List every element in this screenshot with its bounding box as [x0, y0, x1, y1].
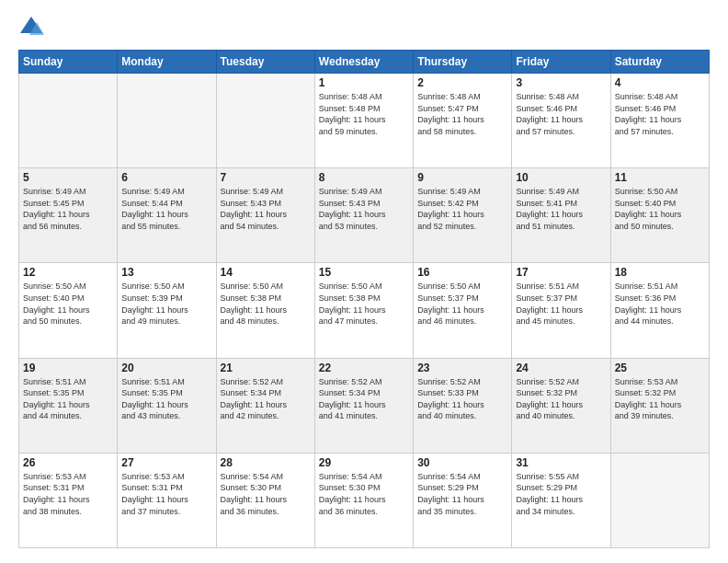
calendar-row-2: 12Sunrise: 5:50 AM Sunset: 5:40 PM Dayli…: [19, 263, 710, 358]
day-number: 27: [121, 456, 211, 469]
calendar-cell: 13Sunrise: 5:50 AM Sunset: 5:39 PM Dayli…: [118, 263, 216, 358]
day-number: 1: [319, 76, 409, 89]
day-number: 3: [516, 76, 606, 89]
cell-info: Sunrise: 5:50 AM Sunset: 5:40 PM Dayligh…: [23, 281, 113, 327]
calendar-cell: 31Sunrise: 5:55 AM Sunset: 5:29 PM Dayli…: [512, 453, 610, 547]
cell-info: Sunrise: 5:55 AM Sunset: 5:29 PM Dayligh…: [516, 471, 606, 517]
calendar-cell: 18Sunrise: 5:51 AM Sunset: 5:36 PM Dayli…: [610, 263, 709, 358]
cell-info: Sunrise: 5:48 AM Sunset: 5:46 PM Dayligh…: [516, 91, 606, 137]
day-number: 17: [516, 266, 606, 279]
cell-info: Sunrise: 5:52 AM Sunset: 5:32 PM Dayligh…: [516, 376, 606, 422]
weekday-header-friday: Friday: [512, 51, 610, 74]
cell-info: Sunrise: 5:53 AM Sunset: 5:32 PM Dayligh…: [615, 376, 705, 422]
day-number: 2: [417, 76, 507, 89]
calendar-cell: 2Sunrise: 5:48 AM Sunset: 5:47 PM Daylig…: [414, 74, 512, 168]
calendar-cell: 29Sunrise: 5:54 AM Sunset: 5:30 PM Dayli…: [314, 453, 413, 547]
calendar-cell: 10Sunrise: 5:49 AM Sunset: 5:41 PM Dayli…: [512, 168, 610, 263]
calendar-cell: 5Sunrise: 5:49 AM Sunset: 5:45 PM Daylig…: [19, 168, 118, 263]
day-number: 29: [319, 456, 409, 469]
cell-info: Sunrise: 5:51 AM Sunset: 5:36 PM Dayligh…: [615, 281, 705, 327]
cell-info: Sunrise: 5:49 AM Sunset: 5:44 PM Dayligh…: [121, 186, 211, 232]
day-number: 9: [417, 171, 507, 184]
cell-info: Sunrise: 5:50 AM Sunset: 5:40 PM Dayligh…: [615, 186, 705, 232]
calendar-cell: [19, 74, 118, 168]
day-number: 23: [417, 362, 507, 374]
calendar-cell: 9Sunrise: 5:49 AM Sunset: 5:42 PM Daylig…: [414, 168, 512, 263]
calendar-cell: 15Sunrise: 5:50 AM Sunset: 5:38 PM Dayli…: [314, 263, 413, 358]
day-number: 19: [23, 362, 113, 374]
cell-info: Sunrise: 5:51 AM Sunset: 5:35 PM Dayligh…: [23, 376, 113, 422]
calendar-cell: 27Sunrise: 5:53 AM Sunset: 5:31 PM Dayli…: [118, 453, 216, 547]
day-number: 13: [121, 266, 211, 279]
day-number: 21: [221, 362, 311, 374]
day-number: 24: [516, 362, 606, 374]
weekday-header-thursday: Thursday: [414, 51, 512, 74]
cell-info: Sunrise: 5:53 AM Sunset: 5:31 PM Dayligh…: [121, 471, 211, 517]
cell-info: Sunrise: 5:50 AM Sunset: 5:37 PM Dayligh…: [417, 281, 507, 327]
day-number: 12: [23, 266, 113, 279]
calendar-row-0: 1Sunrise: 5:48 AM Sunset: 5:48 PM Daylig…: [19, 74, 710, 168]
logo-icon: [18, 15, 44, 40]
calendar-cell: 28Sunrise: 5:54 AM Sunset: 5:30 PM Dayli…: [216, 453, 314, 547]
calendar-cell: [216, 74, 314, 168]
weekday-header-saturday: Saturday: [610, 51, 709, 74]
calendar-cell: 24Sunrise: 5:52 AM Sunset: 5:32 PM Dayli…: [512, 358, 610, 453]
calendar-cell: 17Sunrise: 5:51 AM Sunset: 5:37 PM Dayli…: [512, 263, 610, 358]
calendar-cell: 25Sunrise: 5:53 AM Sunset: 5:32 PM Dayli…: [610, 358, 709, 453]
day-number: 5: [23, 171, 113, 184]
calendar-cell: 11Sunrise: 5:50 AM Sunset: 5:40 PM Dayli…: [610, 168, 709, 263]
calendar-cell: 23Sunrise: 5:52 AM Sunset: 5:33 PM Dayli…: [414, 358, 512, 453]
day-number: 10: [516, 171, 606, 184]
weekday-header-tuesday: Tuesday: [216, 51, 314, 74]
weekday-header-sunday: Sunday: [19, 51, 118, 74]
calendar-cell: [118, 74, 216, 168]
day-number: 15: [319, 266, 409, 279]
calendar-cell: 30Sunrise: 5:54 AM Sunset: 5:29 PM Dayli…: [414, 453, 512, 547]
cell-info: Sunrise: 5:54 AM Sunset: 5:30 PM Dayligh…: [221, 471, 311, 517]
day-number: 30: [417, 456, 507, 469]
calendar-cell: 26Sunrise: 5:53 AM Sunset: 5:31 PM Dayli…: [19, 453, 118, 547]
cell-info: Sunrise: 5:49 AM Sunset: 5:43 PM Dayligh…: [221, 186, 311, 232]
weekday-header-row: SundayMondayTuesdayWednesdayThursdayFrid…: [19, 51, 710, 74]
day-number: 16: [417, 266, 507, 279]
cell-info: Sunrise: 5:54 AM Sunset: 5:30 PM Dayligh…: [319, 471, 409, 517]
calendar-cell: 7Sunrise: 5:49 AM Sunset: 5:43 PM Daylig…: [216, 168, 314, 263]
cell-info: Sunrise: 5:53 AM Sunset: 5:31 PM Dayligh…: [23, 471, 113, 517]
cell-info: Sunrise: 5:51 AM Sunset: 5:37 PM Dayligh…: [516, 281, 606, 327]
calendar-cell: 8Sunrise: 5:49 AM Sunset: 5:43 PM Daylig…: [314, 168, 413, 263]
calendar-cell: 4Sunrise: 5:48 AM Sunset: 5:46 PM Daylig…: [610, 74, 709, 168]
cell-info: Sunrise: 5:49 AM Sunset: 5:45 PM Dayligh…: [23, 186, 113, 232]
calendar-cell: 16Sunrise: 5:50 AM Sunset: 5:37 PM Dayli…: [414, 263, 512, 358]
calendar-cell: 6Sunrise: 5:49 AM Sunset: 5:44 PM Daylig…: [118, 168, 216, 263]
weekday-header-monday: Monday: [118, 51, 216, 74]
calendar-row-3: 19Sunrise: 5:51 AM Sunset: 5:35 PM Dayli…: [19, 358, 710, 453]
day-number: 26: [23, 456, 113, 469]
calendar-cell: 22Sunrise: 5:52 AM Sunset: 5:34 PM Dayli…: [314, 358, 413, 453]
cell-info: Sunrise: 5:50 AM Sunset: 5:38 PM Dayligh…: [221, 281, 311, 327]
calendar-row-4: 26Sunrise: 5:53 AM Sunset: 5:31 PM Dayli…: [19, 453, 710, 547]
day-number: 31: [516, 456, 606, 469]
calendar-cell: 3Sunrise: 5:48 AM Sunset: 5:46 PM Daylig…: [512, 74, 610, 168]
cell-info: Sunrise: 5:49 AM Sunset: 5:43 PM Dayligh…: [319, 186, 409, 232]
calendar-table: SundayMondayTuesdayWednesdayThursdayFrid…: [18, 50, 710, 548]
calendar-cell: [610, 453, 709, 547]
day-number: 11: [615, 171, 705, 184]
day-number: 28: [221, 456, 311, 469]
day-number: 18: [615, 266, 705, 279]
cell-info: Sunrise: 5:51 AM Sunset: 5:35 PM Dayligh…: [121, 376, 211, 422]
day-number: 7: [221, 171, 311, 184]
cell-info: Sunrise: 5:49 AM Sunset: 5:42 PM Dayligh…: [417, 186, 507, 232]
cell-info: Sunrise: 5:48 AM Sunset: 5:48 PM Dayligh…: [319, 91, 409, 137]
day-number: 25: [615, 362, 705, 374]
calendar-cell: 21Sunrise: 5:52 AM Sunset: 5:34 PM Dayli…: [216, 358, 314, 453]
cell-info: Sunrise: 5:49 AM Sunset: 5:41 PM Dayligh…: [516, 186, 606, 232]
calendar-row-1: 5Sunrise: 5:49 AM Sunset: 5:45 PM Daylig…: [19, 168, 710, 263]
day-number: 20: [121, 362, 211, 374]
calendar-cell: 1Sunrise: 5:48 AM Sunset: 5:48 PM Daylig…: [314, 74, 413, 168]
cell-info: Sunrise: 5:52 AM Sunset: 5:34 PM Dayligh…: [221, 376, 311, 422]
calendar-cell: 20Sunrise: 5:51 AM Sunset: 5:35 PM Dayli…: [118, 358, 216, 453]
cell-info: Sunrise: 5:48 AM Sunset: 5:47 PM Dayligh…: [417, 91, 507, 137]
day-number: 22: [319, 362, 409, 374]
logo: [18, 15, 48, 40]
weekday-header-wednesday: Wednesday: [314, 51, 413, 74]
